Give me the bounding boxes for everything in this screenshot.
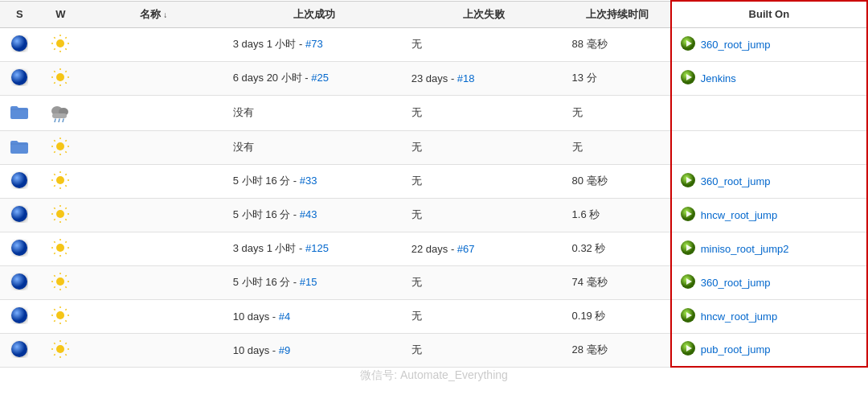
builton-link[interactable]: hncw_root_jump bbox=[701, 310, 777, 323]
table-row: 没有 无 无 bbox=[0, 95, 867, 130]
builton-cell: miniso_root_jump2 bbox=[671, 232, 867, 265]
builton-cell: 360_root_jump bbox=[671, 164, 867, 198]
duration-cell: 28 毫秒 bbox=[564, 333, 671, 367]
fail-link[interactable]: #18 bbox=[457, 72, 475, 84]
svg-point-51 bbox=[11, 206, 27, 222]
builton-link[interactable]: miniso_root_jump2 bbox=[701, 243, 789, 255]
fail-link[interactable]: #67 bbox=[457, 243, 475, 255]
svg-line-106 bbox=[55, 354, 55, 355]
table-row: 没有 无 无 bbox=[0, 130, 867, 164]
header-fail: 上次失败 bbox=[403, 1, 564, 27]
fail-text: 无 bbox=[411, 208, 422, 220]
table-row: 10 days - #4 无 0.19 秒 hncw_root_jump bbox=[0, 299, 867, 333]
fail-cell: 23 days - #18 bbox=[403, 61, 564, 95]
duration-cell: 13 分 bbox=[564, 61, 671, 95]
success-link[interactable]: #43 bbox=[300, 208, 317, 220]
fail-cell: 无 bbox=[403, 130, 564, 164]
weather-cell bbox=[39, 232, 82, 265]
svg-line-82 bbox=[55, 286, 55, 287]
builton-icon bbox=[680, 172, 696, 191]
builton-icon bbox=[680, 69, 696, 88]
svg-line-42 bbox=[66, 174, 67, 175]
svg-line-94 bbox=[55, 320, 55, 321]
header-duration: 上次持续时间 bbox=[564, 1, 671, 27]
svg-point-13 bbox=[56, 73, 64, 81]
builton-cell bbox=[671, 130, 867, 164]
svg-point-30 bbox=[56, 142, 64, 150]
success-text: 3 days 1 小时 - bbox=[233, 38, 305, 50]
svg-line-15 bbox=[66, 71, 67, 72]
builton-link[interactable]: 360_root_jump bbox=[701, 39, 771, 51]
builton-icon bbox=[680, 35, 696, 54]
fail-text: 无 bbox=[411, 141, 422, 153]
builton-link[interactable]: Jenkins bbox=[701, 72, 736, 84]
builton-cell: hncw_root_jump bbox=[671, 299, 867, 333]
svg-line-46 bbox=[55, 185, 55, 186]
svg-line-90 bbox=[66, 309, 67, 310]
svg-line-34 bbox=[66, 151, 67, 152]
success-link[interactable]: #25 bbox=[311, 72, 329, 84]
weather-cell bbox=[39, 265, 82, 299]
success-link[interactable]: #33 bbox=[300, 175, 317, 187]
svg-point-76 bbox=[56, 278, 64, 286]
builton-item: hncw_root_jump bbox=[680, 206, 858, 224]
duration-cell: 80 毫秒 bbox=[564, 164, 671, 198]
success-link[interactable]: #4 bbox=[279, 310, 290, 323]
builton-cell: Jenkins bbox=[671, 61, 867, 95]
svg-line-7 bbox=[55, 48, 55, 49]
svg-point-100 bbox=[56, 345, 64, 353]
svg-line-29 bbox=[63, 119, 63, 122]
svg-line-72 bbox=[55, 241, 55, 242]
fail-text: 22 days - bbox=[411, 243, 457, 255]
success-cell: 10 days - #9 bbox=[225, 333, 403, 367]
fail-text: 无 bbox=[411, 106, 422, 118]
success-text: 没有 bbox=[233, 106, 254, 118]
header-s: S bbox=[0, 1, 39, 27]
name-cell bbox=[82, 95, 225, 130]
svg-point-88 bbox=[56, 311, 64, 319]
weather-cell bbox=[39, 130, 82, 164]
success-cell: 6 days 20 小时 - #25 bbox=[225, 61, 403, 95]
builton-link[interactable]: 360_root_jump bbox=[701, 175, 771, 187]
success-link[interactable]: #9 bbox=[279, 344, 290, 356]
svg-line-78 bbox=[66, 275, 67, 276]
builton-link[interactable]: hncw_root_jump bbox=[701, 209, 777, 221]
svg-line-48 bbox=[55, 174, 55, 175]
duration-cell: 0.32 秒 bbox=[564, 232, 671, 265]
duration-cell: 无 bbox=[564, 130, 671, 164]
name-cell bbox=[82, 130, 225, 164]
builton-link[interactable]: 360_root_jump bbox=[701, 277, 771, 289]
builton-item: 360_root_jump bbox=[680, 273, 858, 292]
fail-text: 无 bbox=[411, 38, 422, 50]
success-cell: 5 小时 16 分 - #33 bbox=[225, 164, 403, 198]
success-link[interactable]: #73 bbox=[305, 38, 323, 50]
svg-point-12 bbox=[11, 69, 27, 85]
svg-point-40 bbox=[56, 176, 64, 184]
builton-item: 360_root_jump bbox=[680, 35, 858, 54]
svg-line-84 bbox=[55, 275, 55, 276]
header-builton: Built On bbox=[671, 1, 867, 27]
svg-line-54 bbox=[66, 208, 67, 208]
builton-link[interactable]: pub_root_jump bbox=[701, 343, 771, 356]
status-cell bbox=[0, 61, 39, 95]
svg-line-68 bbox=[66, 253, 67, 253]
success-text: 3 days 1 小时 - bbox=[233, 242, 305, 254]
svg-line-102 bbox=[66, 343, 67, 343]
success-cell: 3 days 1 小时 - #125 bbox=[225, 232, 403, 265]
status-cell bbox=[0, 265, 39, 299]
fail-cell: 无 bbox=[403, 333, 564, 367]
table-row: 3 days 1 小时 - #73 无 88 毫秒 360_root_jump bbox=[0, 27, 867, 61]
svg-point-0 bbox=[11, 35, 27, 51]
fail-cell: 22 days - #67 bbox=[403, 232, 564, 265]
weather-cell bbox=[39, 61, 82, 95]
table-row: 6 days 20 小时 - #25 23 days - #18 13 分 Je… bbox=[0, 61, 867, 95]
header-name[interactable]: 名称 ↓ bbox=[82, 1, 225, 27]
svg-line-5 bbox=[66, 48, 67, 49]
status-cell bbox=[0, 198, 39, 232]
success-link[interactable]: #125 bbox=[305, 242, 329, 254]
svg-line-80 bbox=[66, 286, 67, 287]
success-link[interactable]: #15 bbox=[300, 276, 317, 288]
svg-point-87 bbox=[11, 307, 27, 323]
svg-line-32 bbox=[66, 140, 67, 141]
success-text: 10 days - bbox=[233, 344, 279, 356]
